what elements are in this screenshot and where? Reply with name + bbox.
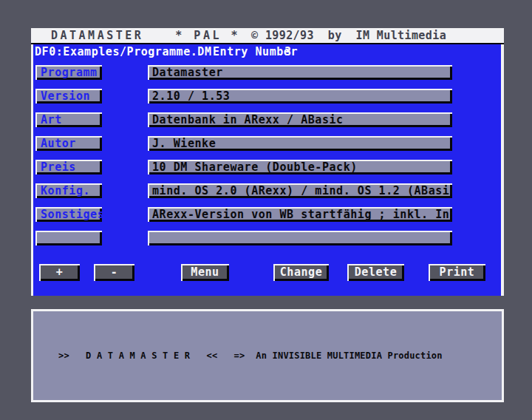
field-label-version[interactable]: Version bbox=[35, 89, 102, 104]
field-value-empty[interactable] bbox=[148, 231, 452, 245]
field-value-konfig[interactable]: mind. OS 2.0 (ARexx) / mind. OS 1.2 (ABa… bbox=[148, 183, 452, 198]
add-entry-button[interactable]: + bbox=[39, 264, 80, 281]
field-label-sonstiges[interactable]: Sonstiges bbox=[35, 207, 102, 222]
field-label-programm[interactable]: Programm bbox=[35, 65, 102, 80]
window-border-right bbox=[501, 44, 504, 296]
window-titlebar[interactable]: DATAMASTER * PAL * © 1992/93 by IM Multi… bbox=[31, 28, 504, 44]
window-border-left bbox=[31, 44, 33, 296]
file-status-bar: DF0:Examples/Programme.DM Entry Number 3 bbox=[33, 44, 501, 59]
field-label-empty[interactable] bbox=[35, 231, 102, 245]
field-label-preis[interactable]: Preis bbox=[35, 160, 102, 175]
field-value-version[interactable]: 2.10 / 1.53 bbox=[148, 89, 452, 104]
field-value-preis[interactable]: 10 DM Shareware (Double-Pack) bbox=[148, 160, 452, 175]
field-value-art[interactable]: Datenbank in ARexx / ABasic bbox=[148, 112, 452, 127]
field-label-art[interactable]: Art bbox=[35, 112, 102, 127]
print-entry-button[interactable]: Print bbox=[429, 264, 485, 281]
app-title: DATAMASTER bbox=[51, 29, 143, 43]
field-label-konfig[interactable]: Konfig. bbox=[35, 183, 102, 198]
remove-entry-button[interactable]: - bbox=[94, 264, 134, 281]
menu-button[interactable]: Menu bbox=[181, 264, 229, 281]
entry-number-value: 3 bbox=[284, 44, 292, 59]
datamaster-window: DATAMASTER * PAL * © 1992/93 by IM Multi… bbox=[31, 28, 504, 296]
field-value-programm[interactable]: Datamaster bbox=[148, 65, 452, 80]
banner-text: >> D A T A M A S T E R << => An INVISIBL… bbox=[58, 350, 443, 362]
pal-mode-label: * PAL * bbox=[175, 29, 240, 43]
field-label-autor[interactable]: Autor bbox=[35, 136, 102, 151]
copyright-text: © 1992/93 by IM Multimedia bbox=[251, 29, 446, 43]
delete-entry-button[interactable]: Delete bbox=[347, 264, 404, 281]
change-entry-button[interactable]: Change bbox=[273, 264, 329, 281]
file-path: DF0:Examples/Programme.DM bbox=[35, 44, 212, 59]
field-value-sonstiges[interactable]: ARexx-Version von WB startfähig ; inkl. … bbox=[148, 207, 452, 222]
field-value-autor[interactable]: J. Wienke bbox=[148, 136, 452, 151]
banner-panel: >> D A T A M A S T E R << => An INVISIBL… bbox=[31, 309, 504, 402]
amiga-screen: { "colors": { "desktop": "#545561", "win… bbox=[0, 0, 532, 420]
